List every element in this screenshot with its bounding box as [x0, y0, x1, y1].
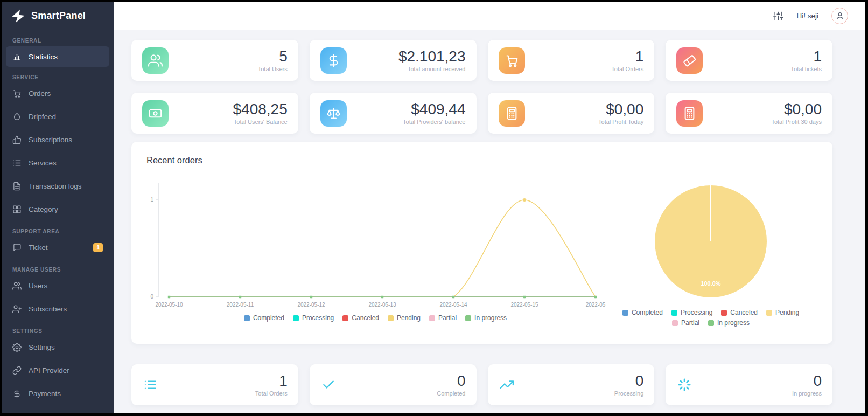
scales-icon	[320, 100, 347, 127]
stat-card-total-amount-received: $2.101,23Total amount received	[310, 40, 477, 81]
sidebar-item-category[interactable]: Category	[6, 198, 109, 221]
legend-label: Canceled	[352, 314, 379, 322]
chart-title: Recent orders	[146, 155, 817, 165]
ticket-icon	[676, 47, 703, 74]
users-icon	[12, 281, 22, 290]
shopping-cart-icon	[12, 89, 22, 98]
sidebar-item-subscribers[interactable]: Subscribers	[6, 297, 109, 321]
stat-label: Total Providers' balance	[403, 119, 465, 125]
sidebar-item-ticket[interactable]: Ticket1	[6, 236, 109, 259]
avatar[interactable]	[831, 8, 848, 24]
stat-label: Total Users	[258, 66, 288, 72]
stat-value: $0,00	[771, 101, 822, 117]
sidebar-item-transaction-logs[interactable]: Transaction logs	[6, 175, 109, 198]
file-text-icon	[12, 182, 22, 191]
sidebar-item-users[interactable]: Users	[6, 274, 109, 297]
sidebar-item-label: Transaction logs	[29, 182, 82, 190]
sidebar-section-label-settings: SETTINGS	[12, 328, 103, 335]
sidebar-item-api-provider[interactable]: API Provider	[6, 359, 109, 382]
stat-value: $2.101,23	[398, 48, 466, 65]
svg-text:100.0%: 100.0%	[701, 280, 721, 287]
svg-text:2022-05-13: 2022-05-13	[368, 302, 396, 308]
sidebar-nav: GENERALStatisticsSERVICEOrdersDripfeedSu…	[2, 30, 114, 413]
bar-chart-icon	[12, 52, 22, 61]
legend-swatch	[342, 315, 348, 321]
sliders-icon[interactable]	[773, 11, 783, 21]
legend-swatch	[671, 310, 677, 316]
legend-item-partial[interactable]: Partial	[429, 314, 457, 322]
dashboard-content: 5Total Users$2.101,23Total amount receiv…	[114, 30, 865, 413]
stat-label: In progress	[792, 390, 822, 397]
legend-swatch	[766, 310, 772, 316]
sidebar-item-label: Ticket	[29, 244, 48, 252]
stat-value: 1	[255, 373, 288, 389]
legend-item-partial[interactable]: Partial	[672, 319, 699, 327]
svg-text:2022-05-15: 2022-05-15	[510, 302, 538, 308]
legend-swatch	[388, 315, 394, 321]
legend-item-processing[interactable]: Processing	[671, 309, 712, 316]
legend-swatch	[672, 320, 678, 326]
sidebar-section-label-manage-users: MANAGE USERS	[12, 266, 103, 274]
summary-card-in-progress: 0In progress	[666, 364, 832, 405]
summary-card-total-orders: 1Total Orders	[131, 364, 298, 405]
legend-item-in-progress[interactable]: In progress	[465, 314, 507, 322]
smartpanel-logo-icon	[10, 8, 26, 24]
stat-card-total-providers-balance: $409,44Total Providers' balance	[310, 93, 477, 134]
legend-swatch	[708, 320, 714, 326]
legend-swatch	[622, 310, 628, 316]
legend-item-processing[interactable]: Processing	[293, 314, 334, 322]
ticket-count-badge: 1	[93, 243, 103, 252]
sidebar-item-payments[interactable]: Payments	[6, 382, 109, 405]
legend-item-canceled[interactable]: Canceled	[721, 309, 758, 316]
legend-label: Partial	[681, 319, 699, 327]
legend-item-pending[interactable]: Pending	[766, 309, 799, 316]
sidebar-item-orders[interactable]: Orders	[6, 82, 109, 105]
stat-value: 0	[792, 373, 822, 389]
charts-row: 012022-05-102022-05-112022-05-122022-05-…	[146, 179, 817, 327]
stat-card-total-profit-30-days: $0,00Total Profit 30 days	[666, 93, 832, 134]
sidebar-item-settings[interactable]: Settings	[6, 336, 109, 359]
stats-cards-grid: 5Total Users$2.101,23Total amount receiv…	[131, 40, 832, 134]
shopping-cart-icon	[499, 47, 525, 74]
stat-label: Total Profit Today	[598, 119, 643, 125]
svg-text:2022-05-14: 2022-05-14	[439, 302, 467, 308]
legend-item-in-progress[interactable]: In progress	[708, 319, 750, 327]
legend-item-canceled[interactable]: Canceled	[342, 314, 379, 322]
sidebar-item-label: Dripfeed	[29, 113, 56, 121]
sidebar: SmartPanel GENERALStatisticsSERVICEOrder…	[2, 2, 114, 413]
sidebar-item-label: Orders	[29, 89, 51, 98]
sidebar-item-label: Statistics	[29, 53, 58, 61]
thumbs-up-icon	[12, 135, 22, 144]
sidebar-section-label-support-area: SUPPORT AREA	[12, 228, 103, 235]
link-icon	[12, 366, 22, 375]
sidebar-item-dripfeed[interactable]: Dripfeed	[6, 105, 109, 128]
legend-item-pending[interactable]: Pending	[388, 314, 421, 322]
sidebar-item-label: Users	[29, 282, 47, 290]
trending-up-icon	[499, 377, 515, 393]
stat-value: $409,44	[403, 101, 465, 117]
recent-orders-card: Recent orders 012022-05-102022-05-112022…	[131, 142, 832, 344]
svg-text:2022-05-10: 2022-05-10	[155, 302, 183, 308]
sidebar-item-statistics[interactable]: Statistics	[6, 46, 109, 67]
calculator-icon	[499, 100, 525, 127]
sidebar-item-label: Services	[29, 159, 57, 167]
users-icon	[142, 47, 169, 74]
topbar: Hi! seji	[114, 2, 865, 30]
stat-label: Total Users' Balance	[233, 119, 288, 125]
order-summary-cards-grid: 1Total Orders0Completed0Processing0In pr…	[131, 364, 832, 405]
legend-item-completed[interactable]: Completed	[622, 309, 663, 316]
spinner-icon	[676, 377, 692, 393]
sidebar-section-label-service: SERVICE	[12, 74, 103, 81]
stat-label: Processing	[614, 390, 643, 397]
droplet-icon	[12, 112, 22, 121]
user-plus-icon	[12, 304, 22, 314]
main-area: Hi! seji 5Total Users$2.101,23Total amou…	[114, 2, 865, 413]
logo-text: SmartPanel	[31, 10, 86, 22]
sidebar-item-services[interactable]: Services	[6, 151, 109, 175]
legend-item-completed[interactable]: Completed	[244, 314, 284, 322]
legend-label: Processing	[681, 309, 712, 316]
recent-orders-line-chart: 012022-05-102022-05-112022-05-122022-05-…	[146, 179, 604, 327]
sidebar-item-subscriptions[interactable]: Subscriptions	[6, 128, 109, 151]
sidebar-item-label: Settings	[29, 343, 55, 351]
legend-label: Processing	[302, 314, 334, 322]
